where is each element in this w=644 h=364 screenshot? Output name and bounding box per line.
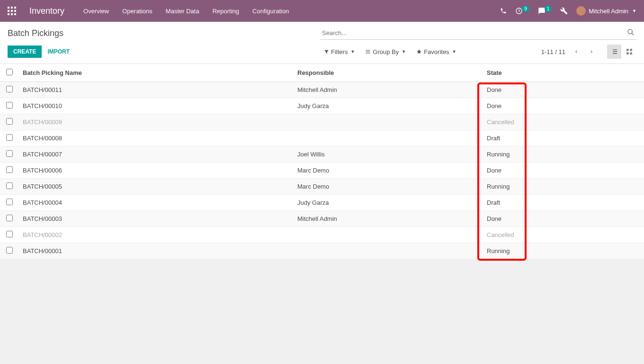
pager-text: 1-11 / 11	[541, 48, 565, 55]
cell-name: BATCH/00008	[19, 130, 294, 146]
search-icon[interactable]	[627, 28, 635, 36]
nav-menu: Overview Operations Master Data Reportin…	[83, 8, 289, 15]
messages-icon[interactable]: 1	[538, 7, 552, 15]
create-button[interactable]: CREATE	[8, 46, 42, 58]
pager: 1-11 / 11	[541, 45, 636, 59]
cell-responsible	[294, 227, 483, 243]
table-row[interactable]: BATCH/00005Marc DemoRunning	[0, 179, 644, 195]
table-row[interactable]: BATCH/00011Mitchell AdminDone	[0, 82, 644, 98]
kanban-view-button[interactable]	[622, 45, 636, 59]
search-input[interactable]	[320, 27, 636, 40]
table-row[interactable]: BATCH/00008Draft	[0, 130, 644, 146]
row-checkbox[interactable]	[6, 150, 13, 157]
table-row[interactable]: BATCH/00010Judy GarzaDone	[0, 98, 644, 114]
svg-rect-2	[14, 7, 16, 9]
apps-icon[interactable]	[8, 7, 16, 15]
groupby-dropdown[interactable]: Group By ▼	[365, 48, 406, 55]
cell-state: Done	[483, 98, 644, 114]
favorites-label: Favorites	[424, 48, 449, 55]
table-row[interactable]: BATCH/00007Joel WillisRunning	[0, 146, 644, 163]
list-view-button[interactable]	[607, 45, 621, 59]
svg-rect-24	[630, 52, 632, 55]
table-row[interactable]: BATCH/00003Mitchell AdminDone	[0, 211, 644, 227]
cell-state: Done	[483, 211, 644, 227]
row-checkbox[interactable]	[6, 118, 13, 125]
row-checkbox[interactable]	[6, 102, 13, 109]
favorites-dropdown[interactable]: Favorites ▼	[416, 48, 456, 55]
cell-name: BATCH/00005	[19, 179, 294, 195]
row-checkbox[interactable]	[6, 231, 13, 237]
avatar	[576, 6, 586, 16]
svg-line-11	[632, 33, 634, 35]
cell-responsible: Judy Garza	[294, 98, 483, 114]
user-name: Mitchell Admin	[589, 8, 628, 15]
caret-down-icon: ▼	[632, 9, 636, 13]
table-row[interactable]: BATCH/00001Running	[0, 243, 644, 259]
header-state[interactable]: State	[483, 64, 644, 82]
cell-responsible: Judy Garza	[294, 195, 483, 211]
nav-item-reporting[interactable]: Reporting	[213, 8, 239, 15]
nav-item-operations[interactable]: Operations	[122, 8, 152, 15]
row-checkbox[interactable]	[6, 182, 13, 189]
search-options: Filters ▼ Group By ▼ Favorites ▼ 1-11 / …	[324, 45, 636, 59]
nav-item-overview[interactable]: Overview	[83, 8, 109, 15]
cell-name: BATCH/00004	[19, 195, 294, 211]
svg-rect-21	[626, 49, 629, 51]
row-checkbox[interactable]	[6, 199, 13, 205]
cell-name: BATCH/00003	[19, 211, 294, 227]
caret-down-icon: ▼	[452, 49, 456, 54]
nav-item-configuration[interactable]: Configuration	[252, 8, 289, 15]
search-wrap	[320, 27, 636, 40]
batch-pickings-table: Batch Picking Name Responsible State BAT…	[0, 64, 644, 259]
cell-name: BATCH/00010	[19, 98, 294, 114]
cell-name: BATCH/00007	[19, 146, 294, 163]
cell-responsible: Marc Demo	[294, 163, 483, 179]
cell-state: Draft	[483, 130, 644, 146]
activities-icon[interactable]: 9	[515, 7, 529, 15]
user-menu[interactable]: Mitchell Admin ▼	[576, 6, 636, 16]
cell-state: Cancelled	[483, 114, 644, 130]
row-checkbox[interactable]	[6, 134, 13, 141]
view-switcher	[607, 45, 636, 59]
table-row[interactable]: BATCH/00006Marc DemoDone	[0, 163, 644, 179]
pager-next[interactable]	[587, 46, 596, 57]
pager-prev[interactable]	[572, 46, 581, 57]
svg-rect-23	[626, 52, 629, 55]
cell-state: Running	[483, 243, 644, 259]
header-name[interactable]: Batch Picking Name	[19, 64, 294, 82]
select-all-checkbox[interactable]	[6, 69, 13, 75]
nav-item-master-data[interactable]: Master Data	[166, 8, 199, 15]
cell-responsible	[294, 243, 483, 259]
list-view: Batch Picking Name Responsible State BAT…	[0, 64, 644, 259]
svg-point-10	[628, 29, 632, 34]
row-checkbox[interactable]	[6, 215, 13, 221]
table-row[interactable]: BATCH/00004Judy GarzaDraft	[0, 195, 644, 211]
svg-rect-8	[14, 13, 16, 15]
cell-state: Done	[483, 163, 644, 179]
cell-name: BATCH/00006	[19, 163, 294, 179]
svg-rect-6	[8, 13, 9, 15]
svg-rect-7	[11, 13, 13, 15]
cell-responsible	[294, 130, 483, 146]
row-checkbox[interactable]	[6, 86, 13, 92]
debug-icon[interactable]	[560, 7, 568, 15]
top-navbar: Inventory Overview Operations Master Dat…	[0, 0, 644, 22]
import-button[interactable]: IMPORT	[47, 48, 70, 55]
nav-right: 9 1 Mitchell Admin ▼	[500, 6, 636, 16]
cell-name: BATCH/00011	[19, 82, 294, 98]
cell-name: BATCH/00009	[19, 114, 294, 130]
row-checkbox[interactable]	[6, 166, 13, 173]
table-row[interactable]: BATCH/00009Cancelled	[0, 114, 644, 130]
app-brand[interactable]: Inventory	[29, 6, 64, 16]
header-responsible[interactable]: Responsible	[294, 64, 483, 82]
cell-state: Done	[483, 82, 644, 98]
cell-name: BATCH/00001	[19, 243, 294, 259]
phone-icon[interactable]	[500, 8, 507, 14]
table-row[interactable]: BATCH/00002Cancelled	[0, 227, 644, 243]
svg-rect-3	[8, 10, 9, 12]
caret-down-icon: ▼	[402, 49, 406, 54]
activities-badge: 9	[522, 6, 529, 12]
filters-dropdown[interactable]: Filters ▼	[324, 48, 355, 55]
row-checkbox[interactable]	[6, 247, 13, 254]
cell-name: BATCH/00002	[19, 227, 294, 243]
